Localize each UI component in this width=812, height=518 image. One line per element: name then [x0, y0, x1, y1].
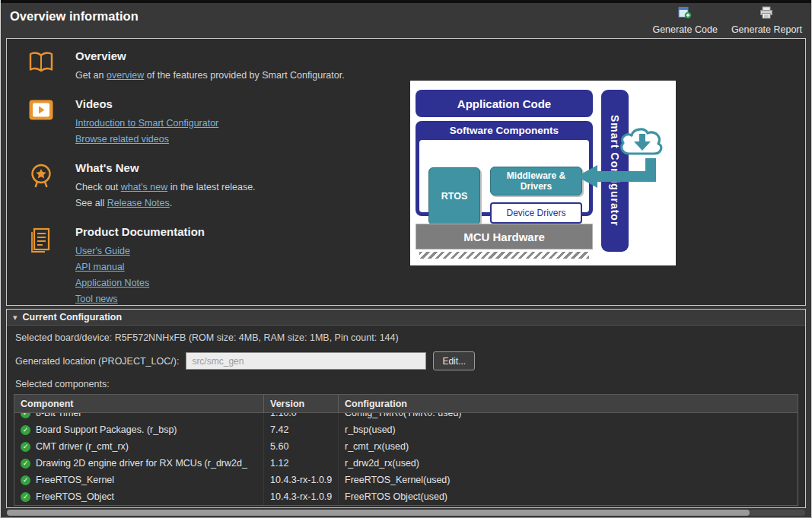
current-configuration-header[interactable]: ▾ Current Configuration — [7, 310, 805, 326]
whats-new-line2-pre: See all — [75, 198, 107, 208]
generate-report-button[interactable]: Generate Report — [731, 6, 802, 35]
section-videos: Videos Introduction to Smart Configurato… — [22, 97, 403, 148]
diagram-middleware-drivers: Middleware & Drivers — [490, 167, 582, 195]
toolbar-actions: Generate Code Generate Report — [652, 3, 802, 38]
component-check-icon: ✓ — [21, 459, 30, 469]
current-configuration-title: Current Configuration — [23, 312, 123, 323]
diagram-mcu-pins — [419, 252, 589, 259]
column-header-version[interactable]: Version — [264, 395, 339, 412]
whats-new-link[interactable]: what's new — [121, 182, 167, 192]
selected-board-device-line: Selected board/device: R5F572NNHxFB (ROM… — [15, 332, 798, 343]
section-whats-new: What's New Check out what's new in the l… — [22, 161, 403, 211]
component-check-icon: ✓ — [21, 442, 30, 452]
architecture-diagram: Application Code Smart Configurator Soft… — [410, 81, 676, 265]
generate-report-label: Generate Report — [731, 24, 802, 35]
generate-report-icon — [759, 6, 773, 22]
generated-location-label: Generated location (PROJECT_LOC/): — [15, 356, 179, 367]
whats-new-line1-pre: Check out — [75, 182, 121, 192]
whats-new-seal-icon — [28, 163, 56, 211]
section-product-documentation: Product Documentation User's Guide API m… — [22, 225, 403, 307]
whats-new-line1-post: in the latest release. — [167, 182, 255, 192]
overview-heading: Overview — [75, 49, 345, 62]
component-check-icon: ✓ — [21, 413, 30, 418]
generate-code-icon — [678, 6, 692, 22]
diagram-application-code: Application Code — [416, 90, 593, 117]
smart-configurator-window: Overview information Generate Code — [0, 0, 812, 518]
application-notes-link[interactable]: Application Notes — [75, 278, 149, 288]
diagram-software-components: Software Components RTOS Middleware & Dr… — [416, 121, 593, 216]
generated-location-input[interactable] — [186, 352, 426, 370]
column-header-component[interactable]: Component — [14, 395, 264, 412]
whats-new-line2-post: . — [170, 198, 172, 208]
table-row[interactable]: ✓8-Bit Timer 1.10.0 Config_TMR0(TMR0: us… — [14, 413, 798, 421]
selected-components-label: Selected components: — [15, 379, 798, 389]
whats-new-line2: See all Release Notes. — [75, 195, 256, 211]
tool-news-link[interactable]: Tool news — [75, 294, 118, 304]
section-overview: Overview Get an overview of the features… — [22, 49, 403, 84]
horizontal-scrollbar-thumb[interactable] — [7, 510, 750, 516]
collapse-triangle-icon: ▾ — [13, 313, 18, 323]
diagram-rtos: RTOS — [428, 167, 480, 225]
configurator-arrow-icon — [573, 157, 661, 196]
api-manual-link[interactable]: API manual — [75, 262, 125, 272]
table-row[interactable]: ✓FreeRTOS_Kernel 10.4.3-rx-1.0.9 FreeRTO… — [14, 472, 798, 488]
diagram-software-components-inner: RTOS Middleware & Drivers Device Drivers — [419, 140, 589, 212]
page-title: Overview information — [10, 3, 139, 38]
book-icon — [28, 51, 56, 84]
diagram-mcu-hardware: MCU Hardware — [416, 224, 593, 249]
whats-new-heading: What's New — [75, 161, 256, 174]
generated-location-row: Generated location (PROJECT_LOC/): Edit.… — [15, 351, 798, 370]
component-check-icon: ✓ — [21, 492, 30, 502]
overview-text: Get an overview of the features provided… — [75, 68, 345, 84]
component-check-icon: ✓ — [21, 425, 30, 435]
titlebar: Overview information Generate Code — [1, 3, 811, 38]
generate-code-label: Generate Code — [652, 24, 717, 35]
components-table-body: ✓8-Bit Timer 1.10.0 Config_TMR0(TMR0: us… — [14, 413, 798, 505]
videos-icon — [28, 99, 56, 148]
overview-panel: Overview Get an overview of the features… — [6, 38, 806, 306]
overview-link[interactable]: overview — [107, 70, 144, 81]
product-documentation-heading: Product Documentation — [75, 225, 205, 238]
diagram-device-drivers: Device Drivers — [490, 202, 582, 224]
whats-new-line1: Check out what's new in the latest relea… — [75, 180, 256, 195]
component-check-icon: ✓ — [21, 475, 30, 485]
current-configuration-panel: ▾ Current Configuration Selected board/d… — [6, 309, 806, 508]
users-guide-link[interactable]: User's Guide — [75, 246, 130, 256]
documents-icon — [28, 227, 56, 307]
videos-browse-link[interactable]: Browse related videos — [75, 134, 169, 145]
table-row[interactable]: ✓CMT driver (r_cmt_rx) 5.60 r_cmt_rx(use… — [14, 438, 798, 455]
overview-text-post: of the features provided by Smart Config… — [144, 70, 344, 81]
column-header-configuration[interactable]: Configuration — [339, 395, 798, 412]
overview-text-pre: Get an — [75, 70, 107, 81]
table-row[interactable]: ✓Board Support Packages. (r_bsp) 7.42 r_… — [14, 421, 798, 438]
components-table-header: Component Version Configuration — [14, 395, 798, 413]
videos-intro-link[interactable]: Introduction to Smart Configurator — [75, 118, 218, 129]
table-row[interactable]: ✓Drawing 2D engine driver for RX MCUs (r… — [14, 455, 798, 472]
overview-sections: Overview Get an overview of the features… — [7, 39, 403, 321]
current-configuration-body: Selected board/device: R5F572NNHxFB (ROM… — [7, 332, 805, 506]
generate-code-button[interactable]: Generate Code — [652, 6, 717, 35]
components-table: Component Version Configuration ✓8-Bit T… — [14, 394, 798, 506]
diagram-software-components-title: Software Components — [416, 121, 593, 140]
videos-heading: Videos — [75, 97, 218, 110]
release-notes-link[interactable]: Release Notes — [107, 198, 170, 208]
horizontal-scrollbar[interactable] — [7, 510, 805, 516]
table-row[interactable]: ✓FreeRTOS_Object 10.4.3-rx-1.0.9 FreeRTO… — [14, 488, 798, 505]
edit-button[interactable]: Edit... — [433, 351, 475, 370]
